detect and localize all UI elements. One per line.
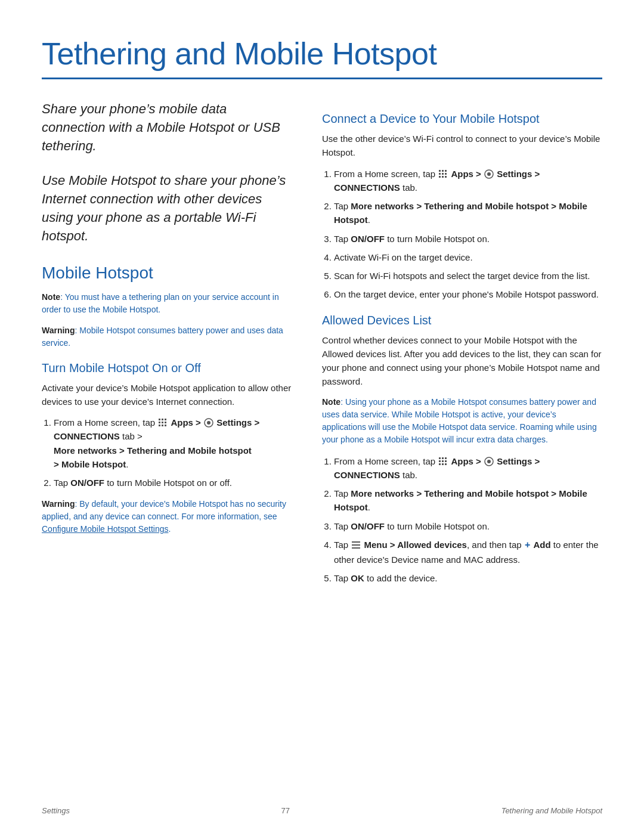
allowed-step-2: Tap More networks > Tethering and Mobile… — [334, 487, 602, 515]
svg-rect-33 — [352, 541, 360, 543]
warning-label: Warning — [42, 326, 75, 335]
note-label-2: Note — [322, 397, 340, 407]
svg-rect-13 — [445, 170, 447, 172]
svg-rect-34 — [352, 544, 360, 546]
turn-on-off-description: Activate your device’s Mobile Hotspot ap… — [42, 381, 292, 409]
page-number: 77 — [281, 806, 290, 815]
svg-rect-30 — [445, 463, 447, 465]
page: Tethering and Mobile Hotspot Share your … — [0, 0, 644, 833]
svg-rect-3 — [159, 422, 160, 423]
onoff-label-2: ON/OFF — [351, 234, 385, 244]
apps-label-3: Apps > — [451, 456, 481, 466]
ok-label: OK — [351, 573, 364, 583]
svg-rect-23 — [442, 457, 444, 459]
svg-rect-35 — [352, 547, 360, 549]
warning2-label: Warning — [42, 499, 75, 509]
settings-label-2: Settings > CONNECTIONS — [334, 169, 540, 193]
svg-rect-8 — [165, 425, 166, 426]
svg-point-32 — [487, 460, 491, 463]
page-title: Tethering and Mobile Hotspot — [42, 36, 602, 72]
note-tethering-plan: Note: You must have a tethering plan on … — [42, 291, 292, 316]
svg-rect-27 — [445, 460, 447, 462]
svg-rect-25 — [439, 460, 441, 462]
connect-device-heading: Connect a Device to Your Mobile Hotspot — [322, 112, 602, 126]
warning-content: : Mobile Hotspot consumes battery power … — [42, 326, 283, 348]
warning-security: Warning: By default, your device's Mobil… — [42, 498, 292, 535]
svg-rect-7 — [162, 425, 163, 426]
svg-rect-6 — [159, 425, 160, 426]
svg-point-21 — [487, 172, 491, 176]
add-label: Add — [533, 540, 550, 550]
svg-rect-2 — [165, 419, 166, 420]
turn-on-off-steps: From a Home screen, tap Apps > — [42, 416, 292, 490]
menu-icon-1 — [351, 540, 361, 550]
main-content: Share your phone’s mobile data connectio… — [42, 100, 602, 594]
svg-rect-11 — [439, 170, 441, 172]
onoff-label-3: ON/OFF — [351, 521, 385, 531]
onoff-label-1: ON/OFF — [70, 478, 104, 488]
intro-text-1: Share your phone’s mobile data connectio… — [42, 100, 292, 155]
more-networks-label-2: More networks > Tethering and Mobile hot… — [334, 201, 587, 225]
svg-rect-19 — [445, 176, 447, 178]
svg-rect-4 — [162, 422, 163, 423]
connect-step-2: Tap More networks > Tethering and Mobile… — [334, 199, 602, 227]
warning2-content: : By default, your device's Mobile Hotsp… — [42, 499, 286, 521]
connect-step-5: Scan for Wi-Fi hotspots and select the t… — [334, 269, 602, 283]
settings-label-1: Settings > CONNECTIONS — [54, 417, 259, 441]
turn-on-off-heading: Turn Mobile Hotspot On or Off — [42, 361, 292, 375]
step-1-left: From a Home screen, tap Apps > — [54, 416, 292, 471]
settings-icon-2 — [484, 169, 494, 179]
left-column: Share your phone’s mobile data connectio… — [42, 100, 292, 594]
svg-rect-5 — [165, 422, 166, 423]
svg-rect-17 — [439, 176, 441, 178]
connect-device-description: Use the other device’s Wi-Fi control to … — [322, 132, 602, 160]
svg-rect-26 — [442, 460, 444, 462]
svg-rect-14 — [439, 173, 441, 175]
title-divider — [42, 78, 602, 79]
connect-step-6: On the target device, enter your phone's… — [334, 287, 602, 301]
apps-label-2: Apps > — [451, 169, 481, 179]
svg-rect-1 — [162, 419, 163, 420]
right-column: Connect a Device to Your Mobile Hotspot … — [322, 100, 602, 594]
note-label: Note — [42, 292, 60, 302]
svg-rect-24 — [445, 457, 447, 459]
allowed-devices-description: Control whether devices connect to your … — [322, 333, 602, 389]
apps-icon-2 — [438, 169, 448, 179]
note-roaming: Note: Using your phone as a Mobile Hotsp… — [322, 396, 602, 446]
svg-rect-18 — [442, 176, 444, 178]
footer-left: Settings — [42, 806, 70, 815]
plus-icon: + — [525, 538, 530, 553]
step-2-left: Tap ON/OFF to turn Mobile Hotspot on or … — [54, 476, 292, 490]
svg-rect-28 — [439, 463, 441, 465]
svg-rect-16 — [445, 173, 447, 175]
svg-rect-29 — [442, 463, 444, 465]
connect-device-steps: From a Home screen, tap Apps > — [322, 167, 602, 302]
allowed-step-4: Tap Menu > Allowed devices, and then tap… — [334, 538, 602, 567]
more-networks-label-3: More networks > Tethering and Mobile hot… — [334, 488, 587, 512]
apps-icon-3 — [438, 457, 448, 466]
note-content: : You must have a tethering plan on your… — [42, 292, 279, 314]
connect-step-3: Tap ON/OFF to turn Mobile Hotspot on. — [334, 232, 602, 246]
svg-rect-15 — [442, 173, 444, 175]
allowed-step-5: Tap OK to add the device. — [334, 571, 602, 585]
svg-rect-12 — [442, 170, 444, 172]
configure-hotspot-link[interactable]: Configure Mobile Hotspot Settings — [42, 524, 168, 534]
allowed-step-1: From a Home screen, tap Apps > — [334, 454, 602, 482]
allowed-devices-heading: Allowed Devices List — [322, 314, 602, 327]
connect-step-1: From a Home screen, tap Apps > — [334, 167, 602, 195]
more-networks-label-1: More networks > Tethering and Mobile hot… — [54, 445, 252, 469]
intro-text-2: Use Mobile Hotspot to share your phone’s… — [42, 172, 292, 245]
svg-rect-22 — [439, 457, 441, 459]
apps-icon-1 — [158, 418, 168, 428]
footer-right: Tethering and Mobile Hotspot — [501, 806, 602, 815]
page-footer: Settings 77 Tethering and Mobile Hotspot — [0, 806, 644, 815]
settings-icon-1 — [204, 418, 213, 428]
connect-step-4: Activate Wi-Fi on the target device. — [334, 250, 602, 264]
settings-icon-3 — [484, 457, 494, 466]
allowed-step-3: Tap ON/OFF to turn Mobile Hotspot on. — [334, 519, 602, 533]
svg-point-10 — [207, 421, 210, 425]
apps-label-1: Apps > — [171, 417, 200, 428]
allowed-devices-steps: From a Home screen, tap Apps > — [322, 454, 602, 586]
note-content-2: : Using your phone as a Mobile Hotspot c… — [322, 397, 597, 444]
menu-label: Menu > Allowed devices — [364, 540, 467, 550]
